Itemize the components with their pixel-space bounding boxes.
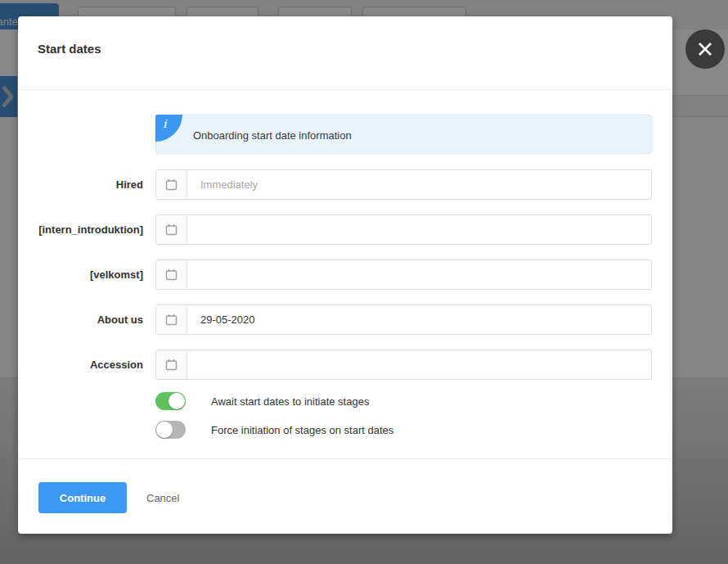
date-input-group [155,305,652,335]
toggle-label: Force initiation of stages on start date… [211,424,393,436]
force-initiation-toggle-row: Force initiation of stages on start date… [155,421,393,439]
intern-introduktion-date-input[interactable] [187,215,651,244]
await-start-dates-toggle[interactable] [155,392,186,410]
field-label: [velkomst] [18,259,143,290]
calendar-picker-button[interactable] [156,170,187,199]
calendar-picker-button[interactable] [156,305,187,334]
field-label: About us [18,305,143,335]
cancel-button[interactable]: Cancel [146,482,179,513]
date-input-group [155,350,652,380]
velkomst-date-input[interactable] [187,260,651,289]
calendar-icon [165,359,178,371]
field-row-intern-introduktion: [intern_introduktion] [18,214,652,245]
calendar-picker-button[interactable] [156,215,187,244]
close-icon [696,40,714,58]
field-row-hired: Hired [18,169,652,200]
calendar-icon [165,314,178,326]
toggle-knob [169,393,185,409]
force-initiation-toggle[interactable] [155,421,186,439]
calendar-picker-button[interactable] [156,260,187,289]
about-us-date-input[interactable] [187,305,651,334]
field-label: [intern_introduktion] [18,214,143,245]
field-row-velkomst: [velkomst] [18,259,652,290]
hired-date-input[interactable] [187,170,651,199]
field-row-accession: Accession [18,350,652,380]
modal-title: Start dates [38,42,101,56]
calendar-icon [165,223,178,236]
calendar-icon [165,268,178,281]
field-row-about-us: About us [18,305,652,335]
await-start-dates-toggle-row: Await start dates to initiate stages [155,392,369,410]
toggle-label: Await start dates to initiate stages [211,395,369,408]
accession-date-input[interactable] [187,350,651,379]
start-dates-modal: Start dates i Onboarding start date info… [18,16,672,534]
calendar-picker-button[interactable] [156,350,187,379]
field-label: Hired [18,169,143,200]
continue-button[interactable]: Continue [38,482,127,513]
date-input-group [155,169,652,200]
modal-footer: Continue Cancel [18,458,672,534]
date-input-group [155,214,652,245]
date-input-group [155,259,652,290]
info-icon: i [155,115,182,142]
modal-header: Start dates [18,16,672,90]
field-label: Accession [18,350,143,380]
info-banner-text: Onboarding start date information [193,115,352,155]
screen: kanten [fritidsjob] Salaried Trainee Man… [0,0,728,564]
calendar-icon [165,178,178,191]
info-banner: i Onboarding start date information [155,115,652,154]
close-button[interactable] [685,29,725,69]
toggle-knob [156,422,173,438]
